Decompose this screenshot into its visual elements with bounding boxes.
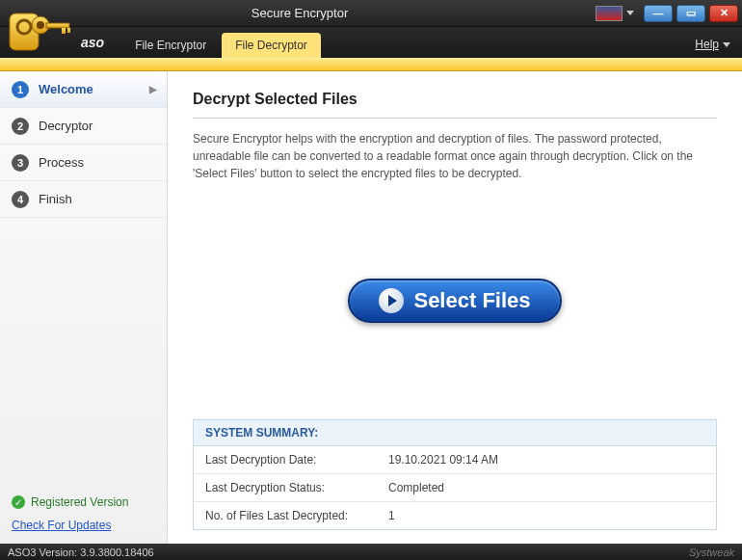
step-finish[interactable]: 4 Finish — [0, 181, 167, 218]
help-link[interactable]: Help — [695, 38, 730, 51]
page-title: Decrypt Selected Files — [193, 91, 717, 108]
sidebar-bottom: ✓ Registered Version Check For Updates — [0, 484, 167, 544]
tab-bar: aso File Encryptor File Decryptor Help — [0, 27, 742, 58]
tab-file-encryptor[interactable]: File Encryptor — [121, 33, 220, 58]
summary-label: No. of Files Last Decrypted: — [205, 509, 388, 522]
summary-value: Completed — [388, 481, 444, 494]
svg-point-3 — [37, 21, 44, 29]
select-files-button[interactable]: Select Files — [348, 279, 561, 323]
close-button[interactable]: ✕ — [709, 5, 738, 22]
titlebar: Secure Encryptor — ▭ ✕ — [0, 0, 742, 27]
step-number-icon: 1 — [12, 81, 29, 98]
summary-row: No. of Files Last Decrypted: 1 — [194, 502, 716, 529]
step-number-icon: 4 — [12, 191, 29, 208]
brand-label: aso — [81, 35, 104, 50]
tab-file-decryptor[interactable]: File Decryptor — [222, 33, 321, 58]
step-label: Welcome — [39, 82, 93, 96]
version-text: ASO3 Version: 3.9.3800.18406 — [8, 547, 154, 558]
svg-rect-5 — [62, 28, 66, 34]
svg-rect-4 — [46, 23, 69, 28]
step-number-icon: 2 — [12, 118, 29, 135]
step-welcome[interactable]: 1 Welcome ▶ — [0, 71, 167, 108]
summary-row: Last Decryption Status: Completed — [194, 474, 716, 502]
step-decryptor[interactable]: 2 Decryptor — [0, 108, 167, 145]
step-label: Finish — [39, 192, 72, 206]
body-area: 1 Welcome ▶ 2 Decryptor 3 Process 4 Fini… — [0, 71, 742, 544]
summary-label: Last Decryption Date: — [205, 453, 388, 467]
check-updates-link[interactable]: Check For Updates — [12, 519, 155, 532]
svg-rect-6 — [67, 28, 70, 33]
summary-value: 1 — [388, 509, 395, 522]
registered-label: Registered Version — [31, 495, 128, 509]
minimize-button[interactable]: — — [644, 5, 673, 22]
accent-bar — [0, 58, 742, 71]
window-title: Secure Encryptor — [4, 6, 596, 20]
button-area: Select Files — [193, 182, 717, 419]
language-flag-icon[interactable] — [596, 6, 623, 21]
sidebar: 1 Welcome ▶ 2 Decryptor 3 Process 4 Fini… — [0, 71, 168, 544]
divider — [193, 118, 717, 119]
check-circle-icon: ✓ — [12, 495, 25, 509]
play-circle-icon — [379, 288, 404, 313]
system-summary-panel: SYSTEM SUMMARY: Last Decryption Date: 19… — [193, 419, 717, 530]
watermark-text: Systweak — [689, 547, 734, 558]
content-panel: Decrypt Selected Files Secure Encryptor … — [168, 71, 742, 544]
step-label: Process — [39, 155, 84, 170]
chevron-right-icon: ▶ — [149, 84, 157, 94]
summary-title: SYSTEM SUMMARY: — [194, 420, 716, 446]
statusbar: ASO3 Version: 3.9.3800.18406 Systweak — [0, 544, 742, 560]
step-label: Decryptor — [39, 119, 93, 133]
chevron-down-icon — [723, 42, 730, 47]
description-text: Secure Encryptor helps with the encrypti… — [193, 130, 717, 182]
language-dropdown-icon[interactable] — [626, 11, 634, 15]
maximize-button[interactable]: ▭ — [676, 5, 705, 22]
summary-row: Last Decryption Date: 19.10.2021 09:14 A… — [194, 446, 716, 474]
step-process[interactable]: 3 Process — [0, 145, 167, 181]
step-number-icon: 3 — [12, 154, 29, 172]
summary-label: Last Decryption Status: — [205, 481, 388, 494]
registered-status: ✓ Registered Version — [12, 495, 155, 509]
select-files-label: Select Files — [413, 288, 530, 313]
summary-value: 19.10.2021 09:14 AM — [388, 453, 498, 467]
app-logo-key-icon — [4, 8, 73, 62]
